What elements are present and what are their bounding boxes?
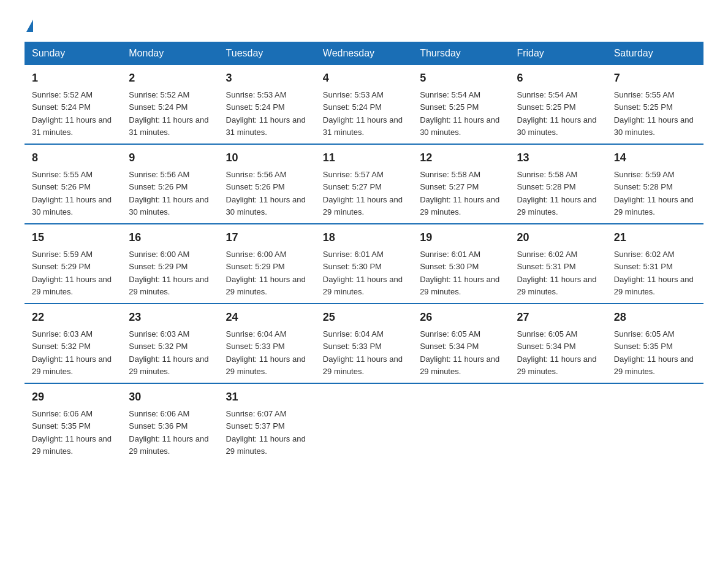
daylight-text: Daylight: 11 hours and 30 minutes.	[129, 195, 208, 216]
calendar-cell: 26 Sunrise: 6:05 AM Sunset: 5:34 PM Dayl…	[412, 304, 509, 383]
calendar-cell: 29 Sunrise: 6:06 AM Sunset: 5:35 PM Dayl…	[25, 383, 121, 462]
day-number: 13	[517, 150, 599, 166]
calendar-cell: 20 Sunrise: 6:02 AM Sunset: 5:31 PM Dayl…	[509, 224, 606, 304]
day-number: 30	[129, 389, 211, 405]
calendar-week-row: 15 Sunrise: 5:59 AM Sunset: 5:29 PM Dayl…	[25, 224, 703, 304]
daylight-text: Daylight: 11 hours and 29 minutes.	[323, 354, 403, 376]
calendar-cell	[607, 383, 703, 462]
sunrise-text: Sunrise: 6:03 AM	[32, 329, 93, 339]
sunrise-text: Sunrise: 6:05 AM	[517, 329, 577, 339]
day-number: 28	[614, 309, 696, 326]
sunrise-text: Sunrise: 6:05 AM	[614, 329, 675, 339]
sunset-text: Sunset: 5:35 PM	[32, 421, 91, 431]
sunrise-text: Sunrise: 6:01 AM	[420, 250, 480, 259]
calendar-cell: 25 Sunrise: 6:04 AM Sunset: 5:33 PM Dayl…	[316, 304, 412, 383]
sunrise-text: Sunrise: 6:00 AM	[129, 250, 189, 259]
calendar-cell: 3 Sunrise: 5:53 AM Sunset: 5:24 PM Dayli…	[219, 65, 316, 144]
sunrise-text: Sunrise: 5:59 AM	[614, 170, 675, 179]
sunrise-text: Sunrise: 6:05 AM	[420, 329, 480, 339]
day-number: 11	[323, 150, 405, 166]
calendar-cell: 23 Sunrise: 6:03 AM Sunset: 5:32 PM Dayl…	[121, 304, 218, 383]
daylight-text: Daylight: 11 hours and 29 minutes.	[323, 275, 403, 296]
calendar-table: SundayMondayTuesdayWednesdayThursdayFrid…	[25, 42, 703, 462]
header-friday: Friday	[509, 42, 606, 65]
sunrise-text: Sunrise: 5:53 AM	[226, 90, 287, 99]
calendar-cell: 2 Sunrise: 5:52 AM Sunset: 5:24 PM Dayli…	[121, 65, 218, 144]
daylight-text: Daylight: 11 hours and 29 minutes.	[517, 195, 596, 216]
day-number: 17	[226, 229, 308, 246]
daylight-text: Daylight: 11 hours and 31 minutes.	[226, 115, 306, 137]
calendar-week-row: 8 Sunrise: 5:55 AM Sunset: 5:26 PM Dayli…	[25, 144, 703, 224]
daylight-text: Daylight: 11 hours and 31 minutes.	[129, 115, 208, 137]
sunset-text: Sunset: 5:24 PM	[226, 102, 285, 112]
day-number: 20	[517, 229, 599, 246]
day-number: 9	[129, 150, 211, 166]
day-number: 7	[614, 70, 696, 86]
calendar-header-row: SundayMondayTuesdayWednesdayThursdayFrid…	[25, 42, 703, 65]
day-number: 10	[226, 150, 308, 166]
day-number: 27	[517, 309, 599, 326]
sunrise-text: Sunrise: 5:57 AM	[323, 170, 384, 179]
sunrise-text: Sunrise: 6:02 AM	[517, 250, 577, 259]
day-number: 6	[517, 70, 599, 86]
calendar-cell: 27 Sunrise: 6:05 AM Sunset: 5:34 PM Dayl…	[509, 304, 606, 383]
sunset-text: Sunset: 5:35 PM	[614, 342, 673, 351]
calendar-week-row: 1 Sunrise: 5:52 AM Sunset: 5:24 PM Dayli…	[25, 65, 703, 144]
calendar-cell: 19 Sunrise: 6:01 AM Sunset: 5:30 PM Dayl…	[412, 224, 509, 304]
calendar-cell: 9 Sunrise: 5:56 AM Sunset: 5:26 PM Dayli…	[121, 144, 218, 224]
sunset-text: Sunset: 5:31 PM	[614, 262, 673, 271]
page-header	[25, 18, 703, 31]
sunrise-text: Sunrise: 5:55 AM	[614, 90, 675, 99]
daylight-text: Daylight: 11 hours and 29 minutes.	[420, 275, 499, 296]
day-number: 21	[614, 229, 696, 246]
daylight-text: Daylight: 11 hours and 30 minutes.	[226, 195, 306, 216]
sunset-text: Sunset: 5:32 PM	[129, 342, 188, 351]
sunrise-text: Sunrise: 6:06 AM	[129, 409, 189, 418]
daylight-text: Daylight: 11 hours and 29 minutes.	[129, 434, 208, 456]
logo	[25, 18, 33, 31]
sunset-text: Sunset: 5:30 PM	[420, 262, 479, 271]
daylight-text: Daylight: 11 hours and 29 minutes.	[32, 354, 112, 376]
daylight-text: Daylight: 11 hours and 29 minutes.	[32, 275, 112, 296]
sunrise-text: Sunrise: 6:03 AM	[129, 329, 189, 339]
sunset-text: Sunset: 5:28 PM	[614, 182, 673, 191]
daylight-text: Daylight: 11 hours and 30 minutes.	[614, 115, 694, 137]
daylight-text: Daylight: 11 hours and 31 minutes.	[32, 115, 112, 137]
daylight-text: Daylight: 11 hours and 29 minutes.	[323, 195, 403, 216]
sunrise-text: Sunrise: 5:53 AM	[323, 90, 384, 99]
daylight-text: Daylight: 11 hours and 29 minutes.	[32, 434, 112, 456]
sunset-text: Sunset: 5:25 PM	[420, 102, 479, 112]
calendar-cell: 14 Sunrise: 5:59 AM Sunset: 5:28 PM Dayl…	[607, 144, 703, 224]
header-tuesday: Tuesday	[219, 42, 316, 65]
day-number: 24	[226, 309, 308, 326]
daylight-text: Daylight: 11 hours and 29 minutes.	[129, 275, 208, 296]
sunset-text: Sunset: 5:29 PM	[226, 262, 285, 271]
sunrise-text: Sunrise: 5:58 AM	[420, 170, 480, 179]
calendar-week-row: 29 Sunrise: 6:06 AM Sunset: 5:35 PM Dayl…	[25, 383, 703, 462]
daylight-text: Daylight: 11 hours and 29 minutes.	[614, 275, 694, 296]
sunset-text: Sunset: 5:27 PM	[420, 182, 479, 191]
sunrise-text: Sunrise: 6:00 AM	[226, 250, 287, 259]
header-saturday: Saturday	[607, 42, 703, 65]
day-number: 23	[129, 309, 211, 326]
day-number: 18	[323, 229, 405, 246]
sunset-text: Sunset: 5:26 PM	[226, 182, 285, 191]
sunrise-text: Sunrise: 6:04 AM	[226, 329, 287, 339]
daylight-text: Daylight: 11 hours and 29 minutes.	[226, 354, 306, 376]
sunset-text: Sunset: 5:37 PM	[226, 421, 285, 431]
calendar-cell: 8 Sunrise: 5:55 AM Sunset: 5:26 PM Dayli…	[25, 144, 121, 224]
header-thursday: Thursday	[412, 42, 509, 65]
calendar-cell: 31 Sunrise: 6:07 AM Sunset: 5:37 PM Dayl…	[219, 383, 316, 462]
day-number: 3	[226, 70, 308, 86]
sunrise-text: Sunrise: 5:52 AM	[129, 90, 189, 99]
sunrise-text: Sunrise: 5:59 AM	[32, 250, 93, 259]
calendar-cell: 5 Sunrise: 5:54 AM Sunset: 5:25 PM Dayli…	[412, 65, 509, 144]
sunrise-text: Sunrise: 6:07 AM	[226, 409, 287, 418]
day-number: 4	[323, 70, 405, 86]
sunset-text: Sunset: 5:26 PM	[129, 182, 188, 191]
day-number: 29	[32, 389, 114, 405]
sunset-text: Sunset: 5:28 PM	[517, 182, 575, 191]
sunset-text: Sunset: 5:25 PM	[517, 102, 575, 112]
day-number: 19	[420, 229, 502, 246]
calendar-cell: 11 Sunrise: 5:57 AM Sunset: 5:27 PM Dayl…	[316, 144, 412, 224]
